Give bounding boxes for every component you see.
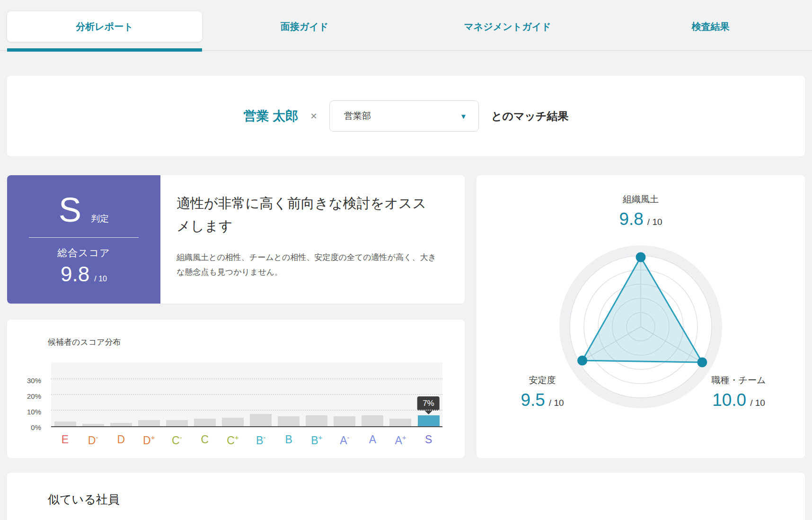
match-suffix-text: とのマッチ結果 xyxy=(491,109,569,124)
chevron-down-icon: ▼ xyxy=(460,112,467,120)
grade-label: B xyxy=(275,433,303,447)
grade-label: D- xyxy=(79,433,107,447)
tab-label: 検査結果 xyxy=(692,20,730,33)
tab-bar: 分析レポート 面接ガイド マネジメントガイド 検査結果 xyxy=(0,0,812,53)
bar[interactable] xyxy=(110,423,132,426)
grade-label: B+ xyxy=(303,433,331,447)
bar[interactable] xyxy=(54,421,76,426)
grade-letter: S xyxy=(59,193,81,227)
grade-label: S xyxy=(415,433,442,447)
bar[interactable] xyxy=(389,419,411,427)
tab-management-guide[interactable]: マネジメントガイド xyxy=(406,11,609,42)
verdict-description: 組織風土との相性、チームとの相性、安定度の全ての適性が高く、大きな懸念点も見つか… xyxy=(177,250,436,280)
grade-label: D+ xyxy=(135,433,163,447)
total-score-label: 総合スコア xyxy=(57,246,110,260)
y-tick-label: 0% xyxy=(31,423,41,431)
radar-card: 組織風土 9.8/ 10 職種・チーム 10.0/ 10 安定度 9.5/ 10 xyxy=(477,175,805,458)
candidate-name: 営業 太郎 xyxy=(243,108,298,125)
radar-axis-label: 組織風土 xyxy=(477,193,805,206)
verdict-headline: 適性が非常に高く前向きな検討をオススメします xyxy=(177,192,436,238)
summary-panel: 適性が非常に高く前向きな検討をオススメします 組織風土との相性、チームとの相性、… xyxy=(160,175,465,304)
tab-analysis-report[interactable]: 分析レポート xyxy=(7,11,202,42)
multiply-separator: × xyxy=(310,109,317,123)
distribution-title: 候補者のスコア分布 xyxy=(48,337,121,348)
bar[interactable] xyxy=(194,419,216,427)
y-tick-label: 10% xyxy=(27,408,41,416)
bar-highlight[interactable] xyxy=(418,415,440,426)
grade-label: C+ xyxy=(219,433,247,447)
gridline xyxy=(51,378,442,379)
grade-panel: S 判定 総合スコア 9.8 / 10 xyxy=(7,175,160,304)
match-header-card: 営業 太郎 × 営業部 ▼ とのマッチ結果 xyxy=(7,76,805,156)
grade-label: D xyxy=(107,433,135,447)
bar[interactable] xyxy=(334,416,355,426)
grade-suffix: 判定 xyxy=(91,213,109,225)
bar[interactable] xyxy=(82,424,104,426)
radar-axis-label: 安定度 xyxy=(483,374,601,386)
bar[interactable] xyxy=(166,420,188,426)
verdict-card: S 判定 総合スコア 9.8 / 10 適性が非常に高く前向きな検討をオススメし… xyxy=(7,175,465,304)
radar-axis-denominator: / 10 xyxy=(647,217,662,227)
bar[interactable] xyxy=(306,415,327,426)
grade-label: E xyxy=(51,433,79,447)
radar-axis-value: 9.5 xyxy=(521,390,545,410)
grade-label: C xyxy=(191,433,219,447)
bar[interactable] xyxy=(250,414,272,426)
gridline xyxy=(51,410,442,411)
y-axis: 0%10%20%30% xyxy=(7,362,47,427)
department-dropdown[interactable]: 営業部 ▼ xyxy=(329,100,479,132)
grade-label: A- xyxy=(331,433,359,447)
tab-label: マネジメントガイド xyxy=(464,20,551,33)
tab-test-results[interactable]: 検査結果 xyxy=(609,11,812,42)
grade-label: A+ xyxy=(387,433,415,447)
radar-axis-team: 職種・チーム 10.0/ 10 xyxy=(675,374,802,410)
tab-label: 面接ガイド xyxy=(281,20,328,33)
radar-axis-value: 9.8 xyxy=(619,209,643,229)
total-score-denominator: / 10 xyxy=(94,275,107,283)
grade-row: ED-DD+C-CC+B-BB+A-AA+S xyxy=(51,433,442,447)
radar-axis-label: 職種・チーム xyxy=(675,374,802,386)
similar-employees-title: 似ている社員 xyxy=(48,492,120,507)
radar-axis-stability: 安定度 9.5/ 10 xyxy=(483,374,601,410)
y-tick-label: 20% xyxy=(27,392,41,400)
tab-interview-guide[interactable]: 面接ガイド xyxy=(203,11,406,42)
bar[interactable] xyxy=(362,415,383,426)
gridline xyxy=(51,394,442,395)
similar-employees-card: 似ている社員 xyxy=(7,473,805,520)
grade-label: B- xyxy=(247,433,275,447)
bar[interactable] xyxy=(138,420,160,426)
active-tab-underline xyxy=(7,48,202,52)
radar-axis-culture: 組織風土 9.8/ 10 xyxy=(477,193,805,229)
grade-label: C- xyxy=(163,433,191,447)
bar[interactable] xyxy=(278,416,300,426)
grade-divider xyxy=(29,237,139,238)
y-tick-label: 30% xyxy=(27,376,41,384)
tab-label: 分析レポート xyxy=(76,20,133,33)
bar-plot: 7% xyxy=(51,362,442,427)
department-dropdown-value: 営業部 xyxy=(344,110,371,122)
radar-axis-denominator: / 10 xyxy=(750,398,765,408)
radar-axis-denominator: / 10 xyxy=(549,398,564,408)
bar[interactable] xyxy=(222,418,244,426)
bar-tooltip: 7% xyxy=(417,396,440,411)
total-score-value: 9.8 xyxy=(61,262,89,286)
grade-label: A xyxy=(359,433,387,447)
radar-axis-value: 10.0 xyxy=(712,390,746,410)
score-distribution-card: 候補者のスコア分布 0%10%20%30% 7% ED-DD+C-CC+B-BB… xyxy=(7,320,465,458)
